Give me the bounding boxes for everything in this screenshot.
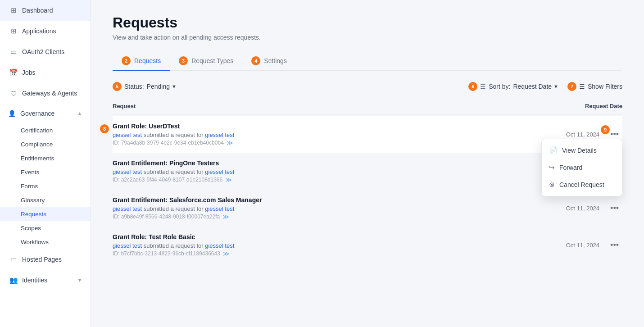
sidebar-item-dashboard[interactable]: ⊞ Dashboard — [0, 0, 91, 21]
forward-icon: ↪ — [549, 164, 555, 172]
expand-icon[interactable]: ≫ — [225, 176, 232, 183]
tab-badge-requests: 2 — [122, 56, 131, 65]
request-title: Grant Entitlement: PingOne Testers — [113, 159, 566, 167]
sidebar-item-label: Dashboard — [22, 7, 53, 14]
status-value[interactable]: Pending ▼ — [147, 83, 177, 90]
request-title: Grant Role: UserDTest — [113, 123, 566, 130]
expand-icon[interactable]: ≫ — [227, 139, 233, 146]
sidebar-item-jobs[interactable]: 📅 Jobs — [0, 62, 91, 83]
request-meta: giessel test submitted a request for gie… — [113, 242, 566, 249]
sidebar-item-certification[interactable]: Certification — [0, 123, 91, 137]
badge-8: 8 — [100, 124, 109, 133]
toolbar: 5 Status: Pending ▼ 6 ☰ Sort by: Request… — [113, 82, 622, 91]
col-request: Request — [113, 103, 136, 109]
sidebar-item-forms[interactable]: Forms — [0, 179, 91, 193]
sort-value[interactable]: Request Date ▼ — [513, 83, 558, 90]
request-date: Oct 11, 2024 — [566, 205, 599, 212]
identities-icon: 👥 — [9, 276, 18, 284]
sort-by: 6 ☰ Sort by: Request Date ▼ — [468, 82, 558, 91]
tab-settings-label: Settings — [264, 57, 287, 64]
table-header: Request Request Date — [113, 98, 622, 114]
request-info: Grant Role: Test Role Basic giessel test… — [113, 233, 566, 257]
sort-section: 6 ☰ Sort by: Request Date ▼ 7 ☰ Show Fil… — [468, 82, 622, 91]
sidebar: ⊞ Dashboard ⊞ Applications ▭ OAuth2 Clie… — [0, 0, 91, 327]
tab-badge-request-types: 3 — [179, 56, 188, 65]
applications-icon: ⊞ — [9, 27, 18, 35]
chevron-down-icon: ▼ — [172, 84, 177, 89]
sidebar-item-glossary[interactable]: Glossary — [0, 193, 91, 207]
tab-request-types-label: Request Types — [191, 57, 233, 64]
sidebar-item-events[interactable]: Events — [0, 165, 91, 179]
sidebar-item-workflows[interactable]: Workflows — [0, 235, 91, 249]
request-id: ID: 79a4da8b-3979-4e2c-9e34-eb1eb40cb0b4… — [113, 139, 566, 146]
hosted-pages-icon: ▭ — [9, 255, 18, 263]
request-meta: giessel test submitted a request for gie… — [113, 205, 566, 212]
table-row: Grant Role: Test Role Basic giessel test… — [113, 227, 622, 264]
sidebar-item-entitlements[interactable]: Entitlements — [0, 151, 91, 165]
forward-label: Forward — [559, 164, 582, 171]
submitter-link[interactable]: giessel test — [113, 242, 142, 249]
sidebar-item-label: Hosted Pages — [22, 256, 62, 263]
request-date: Oct 11, 2024 — [566, 131, 599, 138]
sidebar-item-applications[interactable]: ⊞ Applications — [0, 21, 91, 41]
view-details-item[interactable]: 📄 View Details — [542, 142, 622, 159]
sidebar-item-label: Gateways & Agents — [22, 90, 77, 97]
chevron-down-icon: ▼ — [553, 84, 558, 89]
main-content: Requests View and take action on all pen… — [91, 0, 644, 327]
page-title: Requests — [113, 14, 622, 31]
cancel-icon: ⊗ — [549, 181, 555, 189]
more-button[interactable]: ••• — [607, 202, 622, 215]
table-row: 8 Grant Role: UserDTest giessel test sub… — [113, 116, 622, 153]
more-menu-container: 9 ••• 📄 View Details ↪ Forward ⊗ Cancel … — [607, 130, 622, 139]
recipient-link[interactable]: giessel test — [205, 205, 234, 212]
tab-request-types[interactable]: 3 Request Types — [170, 52, 242, 71]
sort-label: Sort by: — [489, 83, 510, 90]
col-date: Request Date — [585, 103, 622, 109]
recipient-link[interactable]: giessel test — [205, 242, 234, 249]
oauth2-icon: ▭ — [9, 48, 18, 56]
badge-9: 9 — [601, 125, 610, 134]
badge-7: 7 — [567, 82, 576, 91]
governance-subnav: Certification Compliance Entitlements Ev… — [0, 123, 91, 249]
request-meta: giessel test submitted a request for gie… — [113, 132, 566, 138]
cancel-request-item[interactable]: ⊗ Cancel Request — [542, 176, 622, 193]
expand-icon[interactable]: ≫ — [223, 250, 230, 257]
sidebar-item-compliance[interactable]: Compliance — [0, 137, 91, 151]
expand-icon[interactable]: ≫ — [222, 213, 229, 220]
filter-icon: ☰ — [480, 83, 486, 90]
governance-icon: 👤 — [8, 110, 16, 117]
request-info: Grant Entitlement: PingOne Testers giess… — [113, 159, 566, 183]
request-id: ID: a2c2ad63-5f44-4049-8107-d1e2108d1366… — [113, 176, 566, 183]
dashboard-icon: ⊞ — [9, 6, 18, 14]
more-button[interactable]: ••• — [607, 239, 622, 252]
cancel-request-label: Cancel Request — [559, 181, 604, 188]
sidebar-item-hosted-pages[interactable]: ▭ Hosted Pages — [0, 249, 91, 270]
sidebar-item-label: Identities — [22, 277, 47, 284]
sidebar-item-requests[interactable]: Requests — [0, 207, 91, 221]
sidebar-item-gateways-agents[interactable]: 🛡 Gateways & Agents — [0, 83, 91, 104]
submitter-link[interactable]: giessel test — [113, 168, 142, 175]
sidebar-item-governance[interactable]: 👤 Governance ▲ — [0, 104, 91, 123]
request-id: ID: b7cf7bbc-3213-4823-96cb-cf1189436643… — [113, 250, 566, 257]
submitter-link[interactable]: giessel test — [113, 205, 142, 212]
filter-icon: ☰ — [579, 83, 585, 90]
request-date: Oct 11, 2024 — [566, 242, 599, 249]
status-label: Status: — [124, 83, 144, 90]
recipient-link[interactable]: giessel test — [205, 132, 234, 138]
sidebar-item-label: OAuth2 Clients — [22, 48, 64, 55]
sidebar-item-oauth2clients[interactable]: ▭ OAuth2 Clients — [0, 41, 91, 62]
sidebar-item-scopes[interactable]: Scopes — [0, 221, 91, 235]
request-meta: giessel test submitted a request for gie… — [113, 168, 566, 175]
recipient-link[interactable]: giessel test — [205, 168, 234, 175]
tab-settings[interactable]: 4 Settings — [242, 52, 296, 71]
tab-bar: 2 Requests 3 Request Types 4 Settings — [113, 52, 622, 71]
jobs-icon: 📅 — [9, 68, 18, 77]
sidebar-item-identities[interactable]: 👥 Identities ▼ — [0, 270, 91, 291]
status-filter: 5 Status: Pending ▼ — [113, 82, 177, 91]
show-filters-button[interactable]: 7 ☰ Show Filters — [567, 82, 622, 91]
forward-item[interactable]: ↪ Forward — [542, 159, 622, 176]
sidebar-item-label: Governance — [20, 110, 54, 117]
submitter-link[interactable]: giessel test — [113, 132, 142, 138]
request-id: ID: a9b8e49f-8566-4248-9018-f00007ea22fa… — [113, 213, 566, 220]
tab-requests[interactable]: 2 Requests — [113, 52, 170, 71]
